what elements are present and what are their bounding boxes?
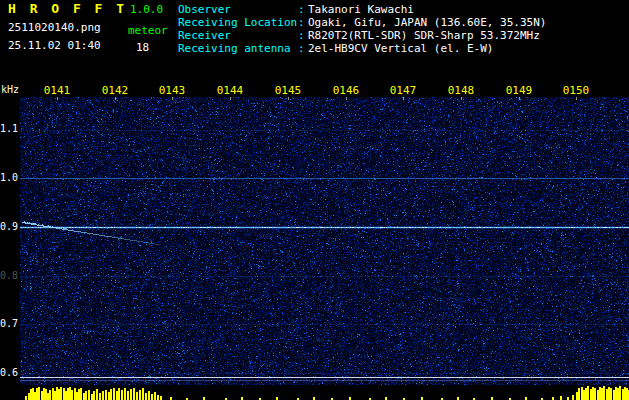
freq-axis-unit-label: kHz: [1, 84, 19, 95]
info-row-observer: Observer : Takanori Kawachi: [178, 3, 546, 16]
freq-tick-1-0: 1.0: [0, 172, 17, 184]
observation-mode: meteor: [128, 25, 168, 37]
spectrogram-canvas: [20, 97, 629, 385]
time-tick-0143: 0143: [158, 84, 186, 97]
time-tick-0141: 0141: [43, 84, 71, 97]
output-filename: 2511020140.png: [8, 22, 101, 34]
info-label: Receiving antenna: [178, 42, 298, 55]
info-separator: :: [298, 42, 308, 55]
freq-tick-1-1: 1.1: [0, 123, 17, 135]
app-version: 1.0.0: [130, 4, 163, 16]
time-tick-0144: 0144: [216, 84, 244, 97]
info-value: Ogaki, Gifu, JAPAN (136.60E, 35.35N): [308, 16, 546, 29]
meteor-count: 18: [136, 42, 149, 54]
info-value: R820T2(RTL-SDR) SDR-Sharp 53.372MHz: [308, 29, 540, 42]
info-label: Receiving Location: [178, 16, 298, 29]
time-tick-0145: 0145: [274, 84, 302, 97]
time-tick-0149: 0149: [505, 84, 533, 97]
time-tick-0147: 0147: [389, 84, 417, 97]
info-label: Receiver: [178, 29, 298, 42]
info-separator: :: [298, 29, 308, 42]
time-tick-0146: 0146: [332, 84, 360, 97]
freq-tick-0-9: 0.9: [0, 221, 17, 233]
station-info: Observer : Takanori Kawachi Receiving Lo…: [178, 3, 546, 55]
time-tick-0150: 0150: [562, 84, 590, 97]
observation-datetime: 25.11.02 01:40: [8, 40, 101, 52]
freq-tick-0-8: 0.8: [0, 270, 17, 282]
hrofft-window: H R O F F T 1.0.0 2511020140.png meteor …: [0, 0, 629, 400]
info-separator: :: [298, 16, 308, 29]
app-title: H R O F F T: [8, 3, 127, 15]
info-value: Takanori Kawachi: [308, 3, 414, 16]
info-row-receiver: Receiver : R820T2(RTL-SDR) SDR-Sharp 53.…: [178, 29, 546, 42]
freq-tick-0-7: 0.7: [0, 318, 17, 330]
info-value: 2el-HB9CV Vertical (el. E-W): [308, 42, 493, 55]
info-row-location: Receiving Location : Ogaki, Gifu, JAPAN …: [178, 16, 546, 29]
info-row-antenna: Receiving antenna : 2el-HB9CV Vertical (…: [178, 42, 546, 55]
info-separator: :: [298, 3, 308, 16]
time-tick-0142: 0142: [101, 84, 129, 97]
info-label: Observer: [178, 3, 298, 16]
activity-bars-canvas: [20, 385, 629, 400]
time-tick-0148: 0148: [447, 84, 475, 97]
freq-tick-0-6: 0.6: [0, 367, 17, 379]
